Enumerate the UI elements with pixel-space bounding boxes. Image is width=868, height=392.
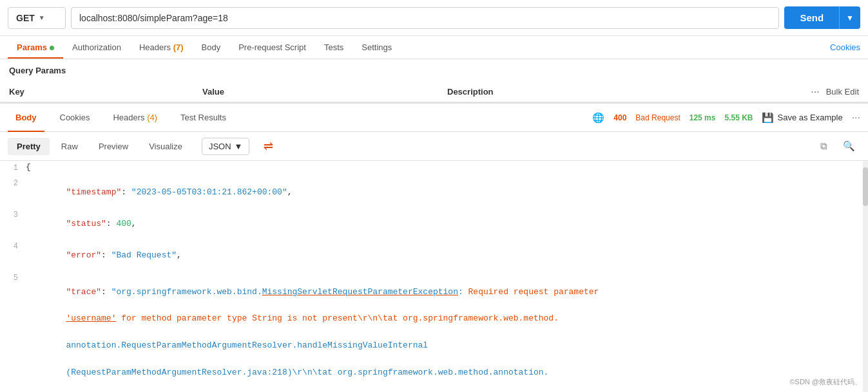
url-bar: GET ▼ Send ▼ <box>0 0 868 36</box>
wrap-icon: ⇌ <box>264 139 273 153</box>
wrap-button[interactable]: ⇌ <box>258 136 278 156</box>
copy-icon: ⧉ <box>820 140 827 151</box>
params-dot <box>50 46 54 50</box>
view-tabs: Pretty Raw Preview Visualize JSON ▼ ⇌ ⧉ … <box>0 132 868 161</box>
status-code: 400 <box>613 113 626 122</box>
resp-tab-cookies[interactable]: Cookies <box>52 107 98 127</box>
tab-body[interactable]: Body <box>193 36 230 59</box>
method-chevron-icon: ▼ <box>39 14 45 21</box>
send-button-group: Send ▼ <box>784 6 860 29</box>
query-params-label: Query Params <box>0 59 868 82</box>
query-params-section: Query Params Key Value Description ··· B… <box>0 59 868 102</box>
code-line-1: 1 { <box>0 161 868 176</box>
search-icon: 🔍 <box>843 140 855 151</box>
code-line-4: 4 "error": "Bad Request", <box>0 239 868 271</box>
format-selector[interactable]: JSON ▼ <box>202 138 250 155</box>
more-options-button[interactable]: ··· <box>852 112 860 124</box>
tab-pre-request-script[interactable]: Pre-request Script <box>229 36 315 59</box>
code-line-5: 5 "trace": "org.springframework.web.bind… <box>0 271 868 392</box>
response-status: 🌐 400 Bad Request 125 ms 5.55 KB 💾 Save … <box>592 112 860 124</box>
col-value-header: Value <box>202 82 447 102</box>
response-time: 125 ms <box>690 113 716 122</box>
tab-settings[interactable]: Settings <box>352 36 401 59</box>
col-key-header: Key <box>9 82 202 102</box>
view-tab-pretty[interactable]: Pretty <box>8 138 50 155</box>
view-tab-preview[interactable]: Preview <box>90 138 137 155</box>
view-tab-visualize[interactable]: Visualize <box>140 138 191 155</box>
save-as-example-button[interactable]: 💾 Save as Example <box>762 112 842 124</box>
code-line-2: 2 "timestamp": "2023-05-05T03:01:21.862+… <box>0 176 868 208</box>
resp-tab-body[interactable]: Body <box>8 107 44 127</box>
request-tabs: Params Authorization Headers (7) Body Pr… <box>0 36 868 59</box>
params-header: Key Value Description ··· Bulk Edit <box>0 82 868 102</box>
code-line-3: 3 "status": 400, <box>0 208 868 239</box>
copy-button[interactable]: ⧉ <box>815 137 833 155</box>
send-dropdown-button[interactable]: ▼ <box>839 6 860 29</box>
save-example-label: Save as Example <box>777 113 842 122</box>
response-bar: Body Cookies Headers (4) Test Results 🌐 … <box>0 102 868 132</box>
code-viewer: 1 { 2 "timestamp": "2023-05-05T03:01:21.… <box>0 161 868 392</box>
status-text: Bad Request <box>635 113 680 122</box>
response-size: 5.55 KB <box>724 113 753 122</box>
resp-tab-headers[interactable]: Headers (4) <box>105 107 165 127</box>
url-input[interactable] <box>71 7 779 29</box>
tab-headers[interactable]: Headers (7) <box>130 36 193 59</box>
resp-tab-test-results[interactable]: Test Results <box>173 107 234 127</box>
save-icon: 💾 <box>762 112 774 124</box>
tab-tests[interactable]: Tests <box>315 36 352 59</box>
send-button[interactable]: Send <box>784 6 839 29</box>
response-body: 1 { 2 "timestamp": "2023-05-05T03:01:21.… <box>0 161 868 392</box>
cookies-link[interactable]: Cookies <box>830 42 860 52</box>
watermark: ©SDN @救夜硅代码、 <box>789 377 862 387</box>
scrollbar-track[interactable] <box>863 161 868 392</box>
col-description-header: Description <box>447 82 811 102</box>
format-chevron-icon: ▼ <box>235 142 243 151</box>
search-button[interactable]: 🔍 <box>838 137 860 155</box>
view-tab-raw[interactable]: Raw <box>52 138 87 155</box>
globe-icon: 🌐 <box>592 112 604 124</box>
bulk-edit-button[interactable]: Bulk Edit <box>826 87 859 97</box>
method-label: GET <box>16 13 35 23</box>
tab-params[interactable]: Params <box>8 36 63 59</box>
col-actions: ··· Bulk Edit <box>811 86 859 98</box>
method-selector[interactable]: GET ▼ <box>8 7 66 29</box>
scrollbar-thumb[interactable] <box>863 167 868 206</box>
more-options-icon[interactable]: ··· <box>811 86 819 98</box>
tab-authorization[interactable]: Authorization <box>63 36 130 59</box>
